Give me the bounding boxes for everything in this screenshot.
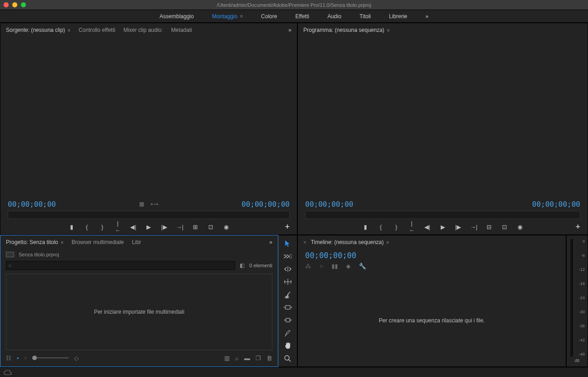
panel-menu-icon[interactable]: ≡ — [68, 28, 70, 33]
meter-tick: -42 — [579, 338, 585, 342]
overwrite-button[interactable]: ⊡ — [207, 224, 214, 230]
find-icon[interactable]: ⌕ — [235, 355, 239, 362]
creative-cloud-icon[interactable] — [4, 370, 12, 375]
icon-view-icon[interactable]: ▪ — [17, 355, 19, 362]
tab-programma[interactable]: Programma: (nessuna sequenza) ≡ — [303, 27, 390, 33]
tab-sorgente[interactable]: Sorgente: (nessuna clip) ≡ — [6, 27, 70, 33]
workspace-overflow-button[interactable]: » — [426, 13, 429, 20]
project-bin-dropzone[interactable]: Per iniziare importate file multimediali — [6, 274, 272, 350]
minimize-window-button[interactable] — [12, 2, 17, 7]
new-item-icon[interactable]: ❐ — [256, 355, 261, 362]
new-bin-icon[interactable]: ▬ — [244, 355, 250, 362]
source-tc-out[interactable]: 00;00;00;00 — [241, 200, 290, 209]
razor-tool[interactable] — [282, 290, 294, 299]
export-frame-button[interactable]: ◉ — [222, 224, 230, 230]
window-title: /Utenti/admin/Documenti/Adobe/Premiere P… — [4, 2, 584, 8]
sort-icon[interactable]: ◇ — [74, 355, 79, 362]
go-to-in-button[interactable]: |← — [408, 220, 416, 234]
play-button[interactable]: ▶ — [145, 224, 152, 230]
step-forward-button[interactable]: |▶ — [161, 224, 168, 230]
list-view-icon[interactable]: ☷ — [6, 355, 11, 362]
workspace-nav: Assemblaggio Montaggio ≡ Colore Effetti … — [0, 10, 588, 23]
panel-menu-icon[interactable]: ≡ — [387, 240, 389, 245]
resolution-icon[interactable]: ⟷ — [151, 201, 158, 207]
snap-icon[interactable]: ⁂ — [305, 263, 311, 270]
add-marker-icon[interactable]: ▮▮ — [332, 263, 338, 270]
go-to-out-button[interactable]: →| — [470, 224, 477, 230]
workspace-tab-assemblaggio[interactable]: Assemblaggio — [160, 13, 194, 20]
tab-timeline[interactable]: × Timeline: (nessuna sequenza) ≡ — [303, 239, 389, 245]
tab-progetto[interactable]: Progetto: Senza titolo ≡ — [6, 239, 64, 245]
workspace-menu-icon[interactable]: ≡ — [240, 14, 243, 19]
panel-menu-icon[interactable]: ≡ — [61, 240, 64, 245]
filter-bin-icon[interactable]: ◧ — [240, 262, 245, 269]
add-marker-button[interactable]: ▮ — [68, 224, 75, 230]
program-tc-in[interactable]: 00;00;00;00 — [305, 200, 353, 209]
timeline-settings-icon[interactable]: 🔧 — [359, 263, 366, 270]
workspace-tab-titoli[interactable]: Titoli — [360, 13, 371, 20]
close-window-button[interactable] — [4, 2, 9, 7]
mark-out-button[interactable]: } — [393, 224, 400, 230]
button-editor-icon[interactable]: + — [575, 222, 580, 232]
tab-metadati[interactable]: Metadati — [171, 27, 192, 33]
slide-tool[interactable] — [282, 316, 294, 325]
linked-selection-icon[interactable]: ∩ — [319, 263, 323, 270]
selection-tool[interactable] — [282, 239, 294, 248]
step-back-button[interactable]: ◀| — [424, 224, 431, 230]
workspace-tab-montaggio[interactable]: Montaggio ≡ — [212, 13, 243, 20]
workspace-tab-effetti[interactable]: Effetti — [295, 13, 309, 20]
maximize-window-button[interactable] — [21, 2, 26, 7]
step-back-button[interactable]: ◀| — [130, 224, 137, 230]
zoom-tool[interactable] — [282, 354, 294, 363]
mark-in-button[interactable]: { — [83, 224, 90, 230]
tab-mixer-clip-audio[interactable]: Mixer clip audio: — [123, 27, 163, 33]
panel-tabs-overflow[interactable]: » — [288, 27, 291, 33]
hand-tool[interactable] — [282, 341, 294, 350]
source-tc-in[interactable]: 00;00;00;00 — [8, 200, 56, 209]
mark-in-button[interactable]: { — [377, 224, 385, 230]
slip-tool[interactable] — [282, 303, 294, 312]
thumbnail-size-slider[interactable] — [32, 357, 69, 358]
export-frame-button[interactable]: ◉ — [517, 224, 524, 230]
insert-button[interactable]: ⊞ — [191, 224, 199, 230]
source-monitor-viewer[interactable] — [0, 37, 297, 197]
program-scrub-bar[interactable] — [305, 211, 580, 219]
program-tc-out[interactable]: 00;00;00;00 — [532, 200, 580, 209]
program-monitor-viewer[interactable] — [298, 37, 588, 197]
play-button[interactable]: ▶ — [439, 224, 447, 230]
workspace-tab-colore[interactable]: Colore — [261, 13, 277, 20]
button-editor-icon[interactable]: + — [285, 222, 290, 232]
marker-icon[interactable]: ◆ — [346, 263, 351, 270]
tab-controllo-effetti[interactable]: Controllo effetti — [79, 27, 116, 33]
pen-tool[interactable] — [282, 328, 294, 337]
add-marker-button[interactable]: ▮ — [362, 224, 369, 230]
rate-stretch-tool[interactable] — [282, 277, 294, 286]
go-to-out-button[interactable]: →| — [176, 224, 183, 230]
mark-out-button[interactable]: } — [99, 224, 106, 230]
clear-icon[interactable]: 🗑 — [266, 355, 272, 362]
zoom-out-icon[interactable]: ○ — [25, 356, 27, 360]
step-forward-button[interactable]: |▶ — [455, 224, 462, 230]
extract-button[interactable]: ⊡ — [501, 224, 508, 230]
tab-browser-multimediale[interactable]: Browser multimediale — [72, 239, 124, 245]
meter-tick: 0 — [583, 239, 585, 244]
automate-to-sequence-icon[interactable]: ▥ — [224, 355, 230, 362]
ripple-edit-tool[interactable] — [282, 265, 294, 274]
timeline-timecode[interactable]: 00;00;00;00 — [305, 249, 558, 263]
meter-tick: -12 — [579, 267, 585, 272]
timeline-dropzone[interactable]: Per creare una sequenza rilasciate qui i… — [305, 274, 558, 367]
panel-menu-icon[interactable]: ≡ — [387, 28, 390, 33]
tab-librerie-truncated[interactable]: Libr — [132, 239, 141, 245]
fit-icon[interactable]: ▦ — [139, 201, 144, 207]
project-search-input[interactable] — [6, 261, 235, 270]
track-select-forward-tool[interactable] — [282, 252, 294, 261]
meter-tick: -6 — [581, 253, 585, 258]
go-to-in-button[interactable]: |← — [114, 220, 121, 234]
lift-button[interactable]: ⊟ — [486, 224, 493, 230]
workspace-tab-librerie[interactable]: Librerie — [389, 13, 407, 20]
panel-tabs-overflow[interactable]: » — [269, 239, 272, 245]
close-tab-icon[interactable]: × — [303, 239, 306, 245]
source-scrub-bar[interactable] — [8, 211, 290, 219]
workspace-tab-audio[interactable]: Audio — [327, 13, 342, 20]
window-titlebar: /Utenti/admin/Documenti/Adobe/Premiere P… — [0, 0, 588, 10]
